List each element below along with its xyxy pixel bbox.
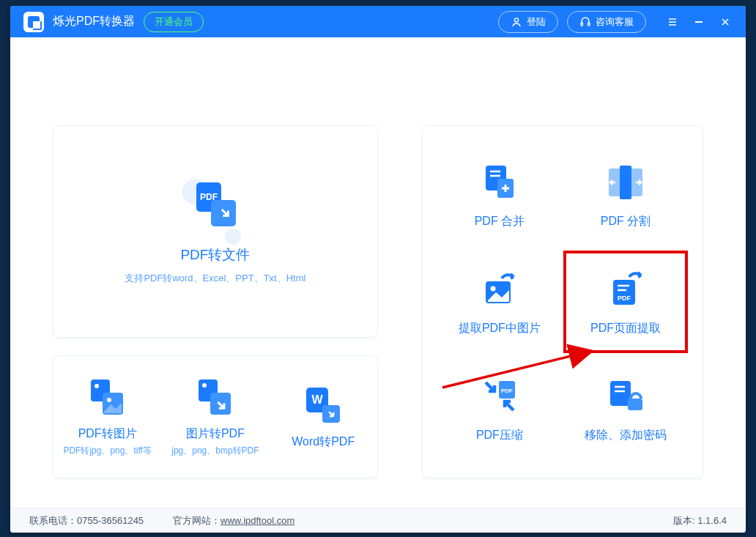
svg-text:W: W bbox=[312, 393, 324, 406]
close-button[interactable] bbox=[718, 15, 733, 29]
app-logo bbox=[23, 12, 44, 32]
svg-point-15 bbox=[107, 398, 111, 402]
svg-rect-39 bbox=[610, 381, 631, 406]
close-icon bbox=[719, 16, 731, 28]
pdf-to-image-cell[interactable]: PDF转图片 PDF转jpg、png、tiff等 bbox=[53, 356, 161, 478]
pdf-extract-image-icon bbox=[478, 268, 521, 311]
pdf-merge-tool[interactable]: PDF 合并 bbox=[440, 147, 559, 243]
cell-title: PDF转图片 bbox=[78, 426, 137, 442]
svg-rect-2 bbox=[588, 23, 590, 26]
pdf-to-file-icon: PDF bbox=[189, 178, 242, 231]
pdf-to-file-card[interactable]: PDF PDF转文件 支持PDF转word、Excel、PPT、Txt、Html bbox=[53, 125, 378, 338]
svg-rect-42 bbox=[628, 399, 642, 410]
pdf-extract-image-tool[interactable]: 提取PDF中图片 bbox=[440, 253, 559, 350]
svg-point-17 bbox=[202, 383, 207, 388]
tool-label: 移除、添加密码 bbox=[585, 428, 667, 443]
pdf-extract-page-tool[interactable]: PDF PDF页面提取 bbox=[566, 253, 685, 350]
menu-button[interactable] bbox=[665, 15, 680, 29]
image-to-pdf-cell[interactable]: 图片转PDF jpg、png、bmp转PDF bbox=[161, 356, 269, 478]
svg-rect-30 bbox=[620, 166, 631, 199]
support-button[interactable]: 咨询客服 bbox=[567, 11, 646, 33]
pdf-to-file-sub: 支持PDF转word、Excel、PPT、Txt、Html bbox=[125, 272, 305, 285]
titlebar: 烁光PDF转换器 开通会员 登陆 咨询客服 bbox=[10, 6, 746, 37]
tool-label: PDF压缩 bbox=[476, 428, 523, 443]
pdf-compress-tool[interactable]: PDF PDF压缩 bbox=[440, 360, 559, 457]
vip-button[interactable]: 开通会员 bbox=[144, 12, 204, 32]
footer-version: 版本: 1.1.6.4 bbox=[673, 514, 727, 527]
pdf-to-image-icon bbox=[86, 377, 129, 419]
minimize-icon bbox=[693, 16, 705, 28]
headset-icon bbox=[579, 16, 591, 28]
menu-icon bbox=[667, 16, 678, 28]
word-to-pdf-cell[interactable]: W Word转PDF bbox=[270, 356, 377, 478]
pdf-extract-page-icon: PDF bbox=[604, 268, 647, 311]
tools-card: PDF 合并 PDF 分割 bbox=[422, 125, 703, 478]
login-label: 登陆 bbox=[527, 15, 546, 29]
cell-title: 图片转PDF bbox=[186, 426, 245, 442]
user-icon bbox=[511, 16, 522, 28]
support-label: 咨询客服 bbox=[596, 15, 634, 29]
footer-website[interactable]: 官方网站：www.ipdftool.com bbox=[173, 514, 294, 527]
pdf-password-tool[interactable]: 移除、添加密码 bbox=[566, 360, 685, 457]
cell-title: Word转PDF bbox=[292, 434, 355, 450]
footer: 联系电话：0755-36561245 官方网站：www.ipdftool.com… bbox=[10, 508, 746, 533]
svg-rect-1 bbox=[581, 23, 583, 26]
image-to-pdf-icon bbox=[194, 377, 237, 419]
svg-point-13 bbox=[94, 384, 99, 388]
pdf-merge-icon bbox=[478, 161, 521, 204]
svg-point-32 bbox=[490, 286, 495, 291]
footer-phone: 联系电话：0755-36561245 bbox=[29, 514, 144, 527]
app-title: 烁光PDF转换器 bbox=[53, 14, 135, 29]
pdf-password-icon bbox=[604, 375, 647, 418]
tool-label: 提取PDF中图片 bbox=[459, 321, 541, 336]
pdf-split-icon bbox=[604, 161, 647, 204]
tool-label: PDF 合并 bbox=[475, 214, 525, 229]
word-to-pdf-icon: W bbox=[302, 385, 344, 427]
pdf-to-file-title: PDF转文件 bbox=[180, 245, 250, 264]
minimize-button[interactable] bbox=[692, 15, 706, 29]
conversion-row: PDF转图片 PDF转jpg、png、tiff等 图片转PDF jpg、png、… bbox=[53, 355, 378, 478]
cell-sub: jpg、png、bmp转PDF bbox=[171, 445, 259, 457]
pdf-compress-icon: PDF bbox=[478, 375, 521, 418]
svg-text:PDF: PDF bbox=[501, 388, 513, 394]
app-window: 烁光PDF转换器 开通会员 登陆 咨询客服 bbox=[10, 6, 746, 533]
cell-sub: PDF转jpg、png、tiff等 bbox=[63, 445, 152, 457]
tool-label: PDF 分割 bbox=[601, 214, 651, 229]
login-button[interactable]: 登陆 bbox=[498, 11, 558, 33]
svg-point-0 bbox=[514, 18, 518, 21]
svg-rect-11 bbox=[211, 200, 236, 226]
pdf-split-tool[interactable]: PDF 分割 bbox=[566, 147, 685, 243]
svg-text:PDF: PDF bbox=[618, 295, 631, 302]
tool-label: PDF页面提取 bbox=[590, 321, 661, 336]
content: PDF PDF转文件 支持PDF转word、Excel、PPT、Txt、Html bbox=[10, 37, 746, 508]
